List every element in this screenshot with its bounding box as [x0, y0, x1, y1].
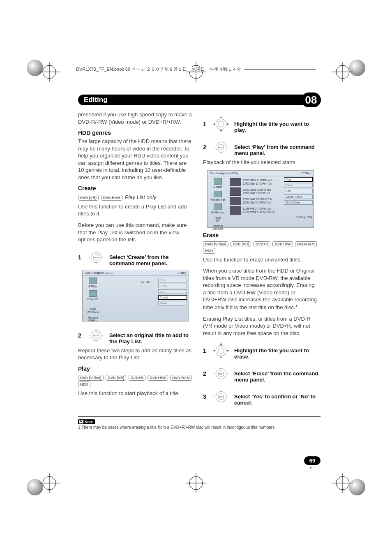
chip: HDD — [203, 248, 215, 254]
step-number: 2 — [203, 137, 208, 150]
shot-side-label: Recent first — [210, 198, 225, 201]
shot-side-label: Remain 0h30m — [88, 316, 98, 322]
chip: DVD+R — [254, 241, 270, 247]
shot-menu-item: Play — [284, 177, 313, 182]
chip: DVD-RAM — [295, 241, 317, 247]
step-number: 1 — [203, 114, 208, 127]
shot-menu-item: Erase — [284, 183, 313, 187]
step-text: Select ‘Yes’ to confirm or ‘No’ to cance… — [234, 387, 319, 406]
screenshot-disc-navigator-hdd: Disc Navigator (HDD) 10Titles 4 Titles R… — [207, 170, 314, 228]
shot-menu-item: Multi-Mode — [284, 200, 313, 205]
chapter-number: 08 — [301, 92, 321, 107]
shot-menu-item: Undo — [158, 301, 187, 305]
erase-step-1: 1 Highlight the title you want to erase. — [203, 341, 319, 361]
reg-mark — [39, 62, 60, 82]
step-text: Select an original title to add to the P… — [109, 326, 194, 345]
erase-step-2: 2 Select ‘Erase’ from the command menu p… — [203, 364, 319, 384]
shot-row: 11/29 Wed 7:00PM 2ch SP — [243, 210, 275, 213]
chip: DVD (Video) — [78, 375, 104, 381]
shot-row: 12/02 Sat 10:00PM 7ch — [243, 201, 271, 204]
shot-side-label: All Genres — [211, 211, 225, 214]
note-label: Note — [78, 419, 95, 424]
erase-body2: When you erase titles from the HDD or Or… — [203, 267, 319, 311]
shot-row: 12/03 Sun 11:00PM 4ch — [243, 182, 272, 185]
step-text: Highlight the title you want to play. — [234, 114, 319, 133]
footnote-ref: 1 — [295, 304, 297, 308]
erase-body3: Erasing Play List titles, or titles from… — [203, 315, 319, 337]
print-header-text: DVRLX70_TF_EN.book 69 ページ ２００７年８月１日 水曜日 … — [76, 67, 244, 72]
chip-note: Play List only — [125, 194, 157, 200]
navpad-enter-icon — [86, 247, 106, 267]
shot-row: 11/29 WED 7:00PM 2ch — [243, 207, 272, 210]
shot-title: Disc Navigator (DVD) — [85, 271, 113, 274]
step-text: Select ‘Erase’ from the command menu pan… — [234, 364, 319, 383]
play-step-2: 2 Select ‘Play’ from the command menu pa… — [203, 137, 319, 157]
chip: HDD — [78, 382, 90, 387]
heading-hdd-genres: HDD genres — [78, 130, 194, 136]
shot-menu-item: Play — [158, 278, 187, 282]
step-number: 2 — [203, 364, 208, 377]
navpad-arrows-icon — [211, 341, 231, 361]
step-text: Select ‘Create’ from the command menu pa… — [109, 247, 194, 266]
shot-menu-item: Create — [158, 295, 187, 300]
reg-mark — [332, 473, 353, 493]
navpad-arrows-icon — [211, 114, 231, 134]
play-body: Use this function to start playback of a… — [78, 390, 194, 397]
chip: DVD (Video) — [203, 241, 228, 247]
shot-side-label: Remain 30h30m — [212, 224, 223, 230]
para-hdd-genres: The large capacity of the HDD means that… — [78, 138, 194, 181]
chip: DVD+RW — [148, 375, 168, 381]
play-step2-body: Playback of the title you selected start… — [203, 159, 319, 166]
erase-chips-row: DVD (Video) DVD (VR) DVD+R DVD+RW DVD-RA… — [203, 241, 319, 254]
shot-menu-item: Edit — [284, 189, 313, 193]
page-lang: En — [304, 466, 321, 470]
shot-side-label: 4 Titles — [88, 285, 97, 288]
navpad-enter-icon — [211, 387, 231, 407]
create-chips-row: DVD (VR) DVD-RAM Play List only — [78, 194, 194, 201]
shot-side-label: Play List — [88, 298, 98, 301]
shot-menu-item: Genre Name — [284, 194, 313, 199]
step-text: Select ‘Play’ from the command menu pane… — [234, 137, 319, 156]
shot-row: 12/03 Sun 8:00PM 9ch — [243, 192, 270, 194]
step-number: 1 — [203, 341, 208, 354]
chapter-title: Editing — [84, 96, 301, 104]
create-step-2: 2 Select an original title to add to the… — [78, 326, 194, 345]
shot-row: 12/03 SUN 8:00PM 9ch — [243, 188, 271, 191]
note-text: 1 There may be cases where erasing a tit… — [78, 425, 321, 430]
chapter-header: Editing 08 — [78, 95, 321, 105]
erase-step-3: 3 Select ‘Yes’ to confirm or ‘No’ to can… — [203, 387, 319, 407]
chip: DVD+R — [129, 375, 145, 381]
shot-side-label: HDD SP — [214, 216, 221, 222]
step-number: 1 — [78, 247, 83, 261]
create-body2: Before you can use this command, make su… — [78, 222, 194, 243]
para-preserved: preserved if you use high-speed copy to … — [78, 111, 194, 125]
chip: DVD (VR) — [106, 375, 126, 381]
shot-menu-item: Erase — [158, 284, 187, 288]
print-header: DVRLX70_TF_EN.book 69 ページ ２００７年８月１日 水曜日 … — [76, 69, 316, 76]
reg-mark — [39, 473, 60, 493]
erase-body2-text: When you erase titles from the HDD or Or… — [203, 268, 317, 310]
step-number: 3 — [203, 387, 208, 400]
reg-mark — [186, 473, 206, 493]
reg-mark — [332, 62, 353, 82]
navpad-enter-icon — [86, 326, 106, 345]
create-step-1: 1 Select ‘Create’ from the command menu … — [78, 247, 194, 267]
step-number: 2 — [78, 326, 83, 339]
shot-side-label: DVD VR Mode — [87, 308, 99, 314]
chip: DVD (VR) — [231, 241, 251, 247]
navpad-enter-icon — [211, 137, 231, 157]
heading-play: Play — [78, 365, 194, 372]
shot-row: 12/02 SAT 10:00PM 7ch — [243, 198, 272, 201]
navpad-enter-icon — [211, 364, 231, 384]
create-body1: Use this function to create a Play List … — [78, 203, 194, 217]
shot-side-label: 4 Titles — [213, 185, 222, 188]
play-chips-row: DVD (Video) DVD (VR) DVD+R DVD+RW DVD-RA… — [78, 375, 194, 387]
shot-row: 12/03 SUN 11:00PM 4ch — [243, 179, 272, 182]
chip-dvd-ram: DVD-RAM — [101, 195, 123, 201]
page-number: 69 — [304, 456, 321, 465]
shot-title: Disc Navigator (HDD) — [210, 172, 238, 175]
page-number-box: 69 En — [304, 456, 321, 470]
shot-count: 10Titles — [301, 172, 311, 175]
chip: DVD+RW — [272, 241, 293, 247]
create-step2-body: Repeat these two steps to add as many ti… — [78, 347, 194, 361]
